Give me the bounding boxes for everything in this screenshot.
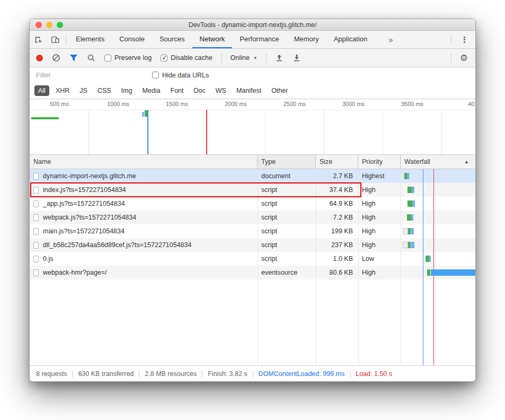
request-type: document (258, 169, 316, 183)
file-icon (33, 173, 39, 180)
overview-gridline (383, 110, 383, 154)
preserve-log-label: Preserve log (114, 54, 152, 62)
waterfall-segment (407, 214, 411, 221)
request-priority: Highest (358, 169, 401, 183)
request-type: script (258, 252, 316, 266)
overview-tick-label: 2000 ms (207, 101, 265, 107)
request-row[interactable]: 0.jsscript1.0 KBLow (30, 252, 475, 266)
filter-toggle-button[interactable] (69, 54, 78, 62)
load-marker-line (206, 110, 207, 154)
filter-input[interactable] (36, 72, 139, 79)
overview-tick-label: 3500 ms (383, 101, 441, 107)
request-type: eventsource (258, 266, 316, 279)
column-header-type[interactable]: Type (258, 155, 316, 169)
hide-data-urls-label: Hide data URLs (162, 72, 209, 79)
zoom-button[interactable] (57, 22, 63, 28)
waterfall-segment (403, 228, 408, 234)
column-header-priority[interactable]: Priority (358, 155, 401, 169)
requests-table: Name Type Size Priority Waterfall ▲ dyna… (30, 155, 475, 365)
hide-data-urls-toggle[interactable]: Hide data URLs (152, 72, 209, 79)
tab-memory[interactable]: Memory (287, 31, 326, 48)
type-filter-doc[interactable]: Doc (190, 85, 209, 96)
waterfall-segment (429, 256, 431, 262)
column-header-name[interactable]: Name (30, 155, 258, 169)
more-tabs-button[interactable]: » (383, 31, 398, 48)
disable-cache-checkbox[interactable] (161, 55, 167, 62)
record-button[interactable] (36, 55, 43, 62)
disable-cache-label: Disable cache (171, 54, 212, 62)
dcl-marker-line (147, 110, 148, 154)
requests-table-body: dynamic-import-nextjs.glitch.medocument2… (30, 169, 475, 279)
request-row[interactable]: webpack.js?ts=1572271054834script7.2 KBH… (30, 211, 475, 224)
waterfall-segment (411, 214, 413, 221)
traffic-lights (36, 22, 63, 28)
close-button[interactable] (36, 22, 42, 28)
device-toolbar-icon[interactable] (47, 31, 64, 48)
throttling-dropdown[interactable]: Online ▼ (231, 54, 258, 62)
preserve-log-checkbox[interactable] (104, 55, 111, 62)
toolbar-divider-2 (266, 53, 267, 63)
export-har-icon[interactable] (293, 54, 301, 62)
status-dcl-time: DOMContentLoaded: 999 ms (259, 370, 345, 378)
tab-performance[interactable]: Performance (232, 31, 286, 48)
request-name-cell: 0.js (30, 252, 258, 266)
waterfall-segment (410, 242, 414, 248)
import-har-icon[interactable] (275, 54, 283, 62)
request-waterfall (401, 183, 475, 197)
request-name: _app.js?ts=1572271054834 (43, 200, 125, 207)
search-icon[interactable] (87, 54, 95, 62)
waterfall-segment (403, 242, 408, 248)
file-icon (33, 200, 39, 207)
type-filter-font[interactable]: Font (167, 85, 188, 96)
status-finish-time: Finish: 3.82 s (208, 370, 247, 378)
preserve-log-toggle[interactable]: Preserve log (104, 54, 152, 62)
hide-data-urls-checkbox[interactable] (152, 72, 159, 78)
request-row[interactable]: dynamic-import-nextjs.glitch.medocument2… (30, 169, 475, 183)
settings-gear-icon[interactable]: ⚙ (460, 52, 468, 64)
type-filter-media[interactable]: Media (138, 85, 164, 96)
request-row[interactable]: dll_b58c257da4aa56d89cef.js?ts=157227105… (30, 238, 475, 252)
overview-tick-label: 2500 ms (265, 101, 324, 107)
tab-elements[interactable]: Elements (68, 31, 112, 48)
column-header-size[interactable]: Size (316, 155, 358, 169)
type-filter-all[interactable]: All (34, 85, 49, 96)
clear-button[interactable] (52, 54, 60, 62)
column-header-waterfall[interactable]: Waterfall ▲ (401, 155, 475, 169)
request-type: script (258, 238, 316, 252)
network-overview[interactable]: 500 ms1000 ms1500 ms2000 ms2500 ms3000 m… (30, 99, 475, 155)
request-waterfall (401, 224, 475, 238)
type-filter-manifest[interactable]: Manifest (233, 85, 265, 96)
devtools-menu-button[interactable]: ⋮ (454, 31, 475, 48)
tab-network[interactable]: Network (192, 31, 233, 48)
window-titlebar[interactable]: DevTools - dynamic-import-nextjs.glitch.… (30, 19, 475, 31)
waterfall-header-label: Waterfall (404, 158, 430, 165)
request-row[interactable]: webpack-hmr?page=/eventsource80.6 KBHigh (30, 266, 475, 279)
devtools-tab-strip: ElementsConsoleSourcesNetworkPerformance… (68, 31, 375, 48)
tab-application[interactable]: Application (326, 31, 375, 48)
minimize-button[interactable] (46, 22, 52, 28)
window-title: DevTools - dynamic-import-nextjs.glitch.… (189, 21, 317, 29)
overview-gridline (441, 110, 442, 154)
request-row[interactable]: _app.js?ts=1572271054834script64.9 KBHig… (30, 197, 475, 211)
waterfall-segment (410, 228, 414, 234)
type-filter-img[interactable]: Img (118, 85, 136, 96)
request-row[interactable]: main.js?ts=1572271054834script199 KBHigh (30, 224, 475, 238)
type-filter-css[interactable]: CSS (94, 85, 115, 96)
inspect-element-icon[interactable] (30, 31, 47, 48)
tab-console[interactable]: Console (112, 31, 152, 48)
request-name: webpack.js?ts=1572271054834 (43, 214, 136, 221)
throttling-value: Online (231, 54, 250, 62)
request-row[interactable]: index.js?ts=1572271054834script37.4 KBHi… (30, 183, 475, 197)
type-filter-ws[interactable]: WS (212, 85, 230, 96)
disable-cache-toggle[interactable]: Disable cache (161, 54, 212, 62)
type-filter-js[interactable]: JS (76, 85, 91, 96)
waterfall-segment (407, 200, 412, 207)
tabbar-divider (66, 35, 66, 44)
request-name: 0.js (43, 255, 53, 262)
status-transferred-size: 630 KB transferred (78, 370, 134, 378)
toolbar-divider (222, 53, 222, 63)
type-filter-other[interactable]: Other (268, 85, 291, 96)
overview-tick-label: 40 (442, 101, 475, 107)
type-filter-xhr[interactable]: XHR (52, 85, 73, 96)
tab-sources[interactable]: Sources (152, 31, 192, 48)
